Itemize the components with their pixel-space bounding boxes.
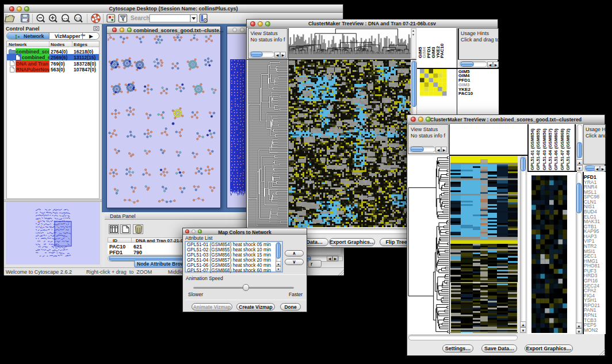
- svg-text:GPL51-08 (GSM872): GPL51-08 (GSM872): [565, 128, 571, 170]
- svg-text:GPL51-01 (GSM854): GPL51-01 (GSM854): [530, 128, 535, 170]
- svg-text:Search:: Search:: [131, 15, 152, 21]
- svg-text:GPL51-06 (GSM865): GPL51-06 (GSM865): [553, 128, 559, 170]
- svg-text:GPL51-07 (GSM868): GPL51-07 (GSM868): [560, 128, 565, 170]
- svg-text:1:1: 1:1: [76, 17, 81, 20]
- svg-text:PAC10: PAC10: [439, 43, 445, 58]
- svg-text:GPL51-02 (GSM855): GPL51-02 (GSM855): [536, 128, 541, 170]
- svg-text:GPL51-03 (GSM856): GPL51-03 (GSM856): [542, 128, 547, 170]
- svg-text:GPL51-04 (GSM857): GPL51-04 (GSM857): [548, 128, 553, 170]
